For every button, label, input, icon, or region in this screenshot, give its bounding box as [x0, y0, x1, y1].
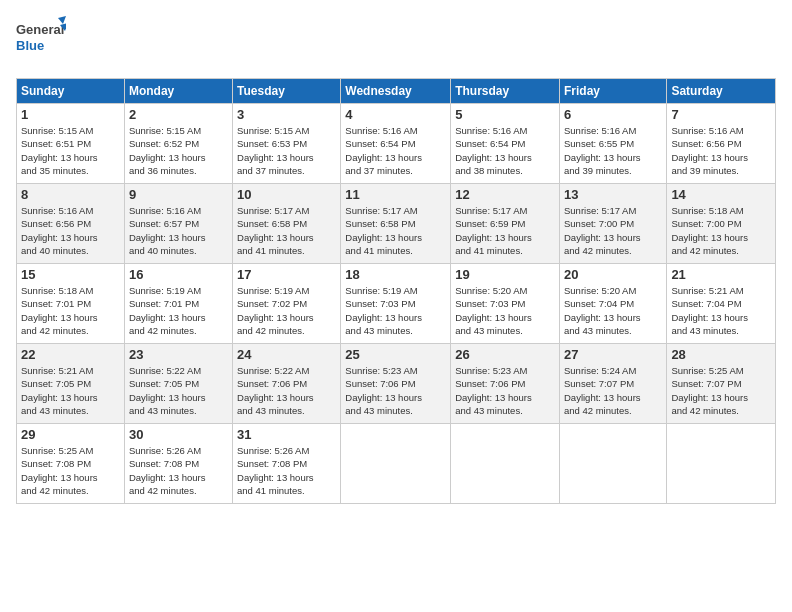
day-info: Sunrise: 5:26 AMSunset: 7:08 PMDaylight:… [129, 444, 228, 497]
day-number: 1 [21, 107, 120, 122]
day-number: 14 [671, 187, 771, 202]
day-number: 28 [671, 347, 771, 362]
table-row: 12Sunrise: 5:17 AMSunset: 6:59 PMDayligh… [451, 184, 560, 264]
logo: General Blue [16, 16, 66, 68]
table-row: 7Sunrise: 5:16 AMSunset: 6:56 PMDaylight… [667, 104, 776, 184]
day-info: Sunrise: 5:16 AMSunset: 6:56 PMDaylight:… [21, 204, 120, 257]
day-number: 29 [21, 427, 120, 442]
day-info: Sunrise: 5:26 AMSunset: 7:08 PMDaylight:… [237, 444, 336, 497]
day-info: Sunrise: 5:21 AMSunset: 7:05 PMDaylight:… [21, 364, 120, 417]
table-row: 17Sunrise: 5:19 AMSunset: 7:02 PMDayligh… [233, 264, 341, 344]
day-info: Sunrise: 5:23 AMSunset: 7:06 PMDaylight:… [455, 364, 555, 417]
day-number: 18 [345, 267, 446, 282]
day-info: Sunrise: 5:24 AMSunset: 7:07 PMDaylight:… [564, 364, 662, 417]
day-number: 4 [345, 107, 446, 122]
day-info: Sunrise: 5:18 AMSunset: 7:00 PMDaylight:… [671, 204, 771, 257]
day-number: 8 [21, 187, 120, 202]
day-info: Sunrise: 5:15 AMSunset: 6:51 PMDaylight:… [21, 124, 120, 177]
table-row: 2Sunrise: 5:15 AMSunset: 6:52 PMDaylight… [124, 104, 232, 184]
svg-text:General: General [16, 22, 64, 37]
day-info: Sunrise: 5:17 AMSunset: 7:00 PMDaylight:… [564, 204, 662, 257]
day-info: Sunrise: 5:21 AMSunset: 7:04 PMDaylight:… [671, 284, 771, 337]
day-info: Sunrise: 5:25 AMSunset: 7:08 PMDaylight:… [21, 444, 120, 497]
calendar-week-row: 1Sunrise: 5:15 AMSunset: 6:51 PMDaylight… [17, 104, 776, 184]
table-row: 9Sunrise: 5:16 AMSunset: 6:57 PMDaylight… [124, 184, 232, 264]
day-info: Sunrise: 5:19 AMSunset: 7:01 PMDaylight:… [129, 284, 228, 337]
col-friday: Friday [559, 79, 666, 104]
day-number: 30 [129, 427, 228, 442]
day-info: Sunrise: 5:19 AMSunset: 7:03 PMDaylight:… [345, 284, 446, 337]
day-info: Sunrise: 5:23 AMSunset: 7:06 PMDaylight:… [345, 364, 446, 417]
table-row: 26Sunrise: 5:23 AMSunset: 7:06 PMDayligh… [451, 344, 560, 424]
day-number: 23 [129, 347, 228, 362]
col-tuesday: Tuesday [233, 79, 341, 104]
day-info: Sunrise: 5:15 AMSunset: 6:52 PMDaylight:… [129, 124, 228, 177]
table-row: 4Sunrise: 5:16 AMSunset: 6:54 PMDaylight… [341, 104, 451, 184]
table-row [451, 424, 560, 504]
day-number: 16 [129, 267, 228, 282]
day-number: 3 [237, 107, 336, 122]
day-number: 13 [564, 187, 662, 202]
calendar-week-row: 8Sunrise: 5:16 AMSunset: 6:56 PMDaylight… [17, 184, 776, 264]
table-row: 18Sunrise: 5:19 AMSunset: 7:03 PMDayligh… [341, 264, 451, 344]
calendar-table: Sunday Monday Tuesday Wednesday Thursday… [16, 78, 776, 504]
table-row: 14Sunrise: 5:18 AMSunset: 7:00 PMDayligh… [667, 184, 776, 264]
table-row: 5Sunrise: 5:16 AMSunset: 6:54 PMDaylight… [451, 104, 560, 184]
day-info: Sunrise: 5:25 AMSunset: 7:07 PMDaylight:… [671, 364, 771, 417]
table-row: 22Sunrise: 5:21 AMSunset: 7:05 PMDayligh… [17, 344, 125, 424]
day-info: Sunrise: 5:19 AMSunset: 7:02 PMDaylight:… [237, 284, 336, 337]
day-info: Sunrise: 5:15 AMSunset: 6:53 PMDaylight:… [237, 124, 336, 177]
day-number: 25 [345, 347, 446, 362]
table-row: 6Sunrise: 5:16 AMSunset: 6:55 PMDaylight… [559, 104, 666, 184]
table-row: 20Sunrise: 5:20 AMSunset: 7:04 PMDayligh… [559, 264, 666, 344]
table-row: 21Sunrise: 5:21 AMSunset: 7:04 PMDayligh… [667, 264, 776, 344]
day-info: Sunrise: 5:17 AMSunset: 6:59 PMDaylight:… [455, 204, 555, 257]
table-row: 15Sunrise: 5:18 AMSunset: 7:01 PMDayligh… [17, 264, 125, 344]
day-number: 7 [671, 107, 771, 122]
col-thursday: Thursday [451, 79, 560, 104]
table-row: 3Sunrise: 5:15 AMSunset: 6:53 PMDaylight… [233, 104, 341, 184]
table-row: 10Sunrise: 5:17 AMSunset: 6:58 PMDayligh… [233, 184, 341, 264]
day-info: Sunrise: 5:20 AMSunset: 7:04 PMDaylight:… [564, 284, 662, 337]
col-saturday: Saturday [667, 79, 776, 104]
day-number: 31 [237, 427, 336, 442]
table-row: 27Sunrise: 5:24 AMSunset: 7:07 PMDayligh… [559, 344, 666, 424]
day-number: 27 [564, 347, 662, 362]
day-info: Sunrise: 5:17 AMSunset: 6:58 PMDaylight:… [345, 204, 446, 257]
day-number: 15 [21, 267, 120, 282]
table-row: 1Sunrise: 5:15 AMSunset: 6:51 PMDaylight… [17, 104, 125, 184]
table-row: 8Sunrise: 5:16 AMSunset: 6:56 PMDaylight… [17, 184, 125, 264]
table-row: 13Sunrise: 5:17 AMSunset: 7:00 PMDayligh… [559, 184, 666, 264]
day-info: Sunrise: 5:22 AMSunset: 7:06 PMDaylight:… [237, 364, 336, 417]
col-wednesday: Wednesday [341, 79, 451, 104]
day-number: 22 [21, 347, 120, 362]
table-row: 19Sunrise: 5:20 AMSunset: 7:03 PMDayligh… [451, 264, 560, 344]
table-row [559, 424, 666, 504]
day-number: 17 [237, 267, 336, 282]
calendar-week-row: 22Sunrise: 5:21 AMSunset: 7:05 PMDayligh… [17, 344, 776, 424]
col-monday: Monday [124, 79, 232, 104]
col-sunday: Sunday [17, 79, 125, 104]
day-info: Sunrise: 5:16 AMSunset: 6:56 PMDaylight:… [671, 124, 771, 177]
table-row: 30Sunrise: 5:26 AMSunset: 7:08 PMDayligh… [124, 424, 232, 504]
day-number: 10 [237, 187, 336, 202]
day-number: 21 [671, 267, 771, 282]
day-number: 26 [455, 347, 555, 362]
calendar-week-row: 15Sunrise: 5:18 AMSunset: 7:01 PMDayligh… [17, 264, 776, 344]
day-info: Sunrise: 5:17 AMSunset: 6:58 PMDaylight:… [237, 204, 336, 257]
page-header: General Blue [16, 16, 776, 68]
table-row [667, 424, 776, 504]
day-info: Sunrise: 5:16 AMSunset: 6:54 PMDaylight:… [455, 124, 555, 177]
page-container: General Blue Sunday Monday Tuesday Wedne… [0, 0, 792, 612]
day-info: Sunrise: 5:22 AMSunset: 7:05 PMDaylight:… [129, 364, 228, 417]
table-row: 25Sunrise: 5:23 AMSunset: 7:06 PMDayligh… [341, 344, 451, 424]
calendar-header-row: Sunday Monday Tuesday Wednesday Thursday… [17, 79, 776, 104]
day-info: Sunrise: 5:16 AMSunset: 6:57 PMDaylight:… [129, 204, 228, 257]
day-number: 2 [129, 107, 228, 122]
day-info: Sunrise: 5:20 AMSunset: 7:03 PMDaylight:… [455, 284, 555, 337]
day-number: 5 [455, 107, 555, 122]
logo-svg: General Blue [16, 16, 66, 64]
table-row: 29Sunrise: 5:25 AMSunset: 7:08 PMDayligh… [17, 424, 125, 504]
table-row: 11Sunrise: 5:17 AMSunset: 6:58 PMDayligh… [341, 184, 451, 264]
day-number: 24 [237, 347, 336, 362]
